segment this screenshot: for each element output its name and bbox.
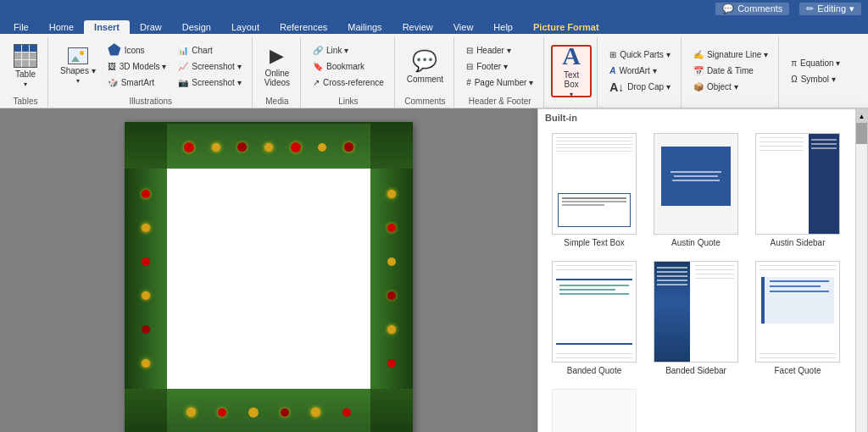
shapes-label: Icons <box>125 46 145 55</box>
quickparts-button[interactable]: ⊞ Quick Parts ▾ <box>604 47 676 63</box>
link-button[interactable]: 🔗 Link ▾ <box>308 42 389 58</box>
signatureline-button[interactable]: ✍ Signature Line ▾ <box>688 47 773 63</box>
facet-quote-label: Facet Quote <box>774 366 821 375</box>
austin-sidebar-item[interactable]: Austin Sidebar <box>748 130 847 251</box>
austin-sidebar-thumb <box>755 133 840 235</box>
ribbon-group-headerfooter: ⊟ Header ▾ ⊟ Footer ▾ # Page Number ▾ He… <box>456 37 544 108</box>
textbox-icon: A <box>562 43 581 69</box>
ribbon-group-quickparts: ⊞ Quick Parts ▾ A WordArt ▾ A↓ Drop Cap … <box>599 37 682 108</box>
onlinevideos-label: OnlineVideos <box>264 69 290 87</box>
tab-design[interactable]: Design <box>172 20 221 34</box>
object-label: Object ▾ <box>707 82 738 91</box>
tab-picture-format[interactable]: Picture Format <box>523 20 609 34</box>
symbol-button[interactable]: Ω Symbol ▾ <box>786 71 845 86</box>
textbox-button[interactable]: A TextBox ▾ <box>551 45 592 97</box>
table-label: Table <box>15 69 36 79</box>
ribbon-group-tables: Table ▾ Tables <box>3 37 48 108</box>
smartart-button[interactable]: 📊 Chart <box>173 42 246 58</box>
ribbon-group-illustrations: Shapes ▾ ▾ ⬟ Icons 🖼 3D Models ▾ 🎲 Smart… <box>50 37 253 108</box>
comment-icon: 💬 <box>412 49 437 73</box>
scrollbar-up-button[interactable]: ▲ <box>856 109 867 123</box>
object-button[interactable]: 📦 Object ▾ <box>688 80 773 95</box>
document-area <box>0 108 537 432</box>
3dmodels-button[interactable]: 🎲 SmartArt <box>103 75 172 90</box>
wordart-label: WordArt ▾ <box>619 66 656 75</box>
tab-help[interactable]: Help <box>483 20 523 34</box>
pencil-icon: ✏ <box>806 3 814 14</box>
textbox-label: TextBox <box>564 70 579 89</box>
links-group-label: Links <box>338 95 358 106</box>
headerfooter-col: ⊟ Header ▾ ⊟ Footer ▾ # Page Number ▾ <box>461 42 538 90</box>
crossref-label: Cross-reference <box>323 78 384 87</box>
textbox-options-grid: Simple Text Box Austin Quote <box>538 126 854 254</box>
crossref-icon: ↗ <box>313 78 320 87</box>
crossref-button[interactable]: ↗ Cross-reference <box>308 75 389 90</box>
tab-references[interactable]: References <box>270 20 337 34</box>
editing-button[interactable]: ✏ Editing ▾ <box>799 3 861 15</box>
footer-button[interactable]: ⊟ Footer ▾ <box>461 58 538 74</box>
illustrations-col: ⬟ Icons 🖼 3D Models ▾ 🎲 SmartArt <box>103 42 172 90</box>
comment-button[interactable]: 💬 Comment <box>402 42 448 90</box>
wordart-button[interactable]: A WordArt ▾ <box>604 64 676 79</box>
tab-draw[interactable]: Draw <box>130 20 172 34</box>
header-button[interactable]: ⊟ Header ▾ <box>461 42 538 58</box>
link-icon: 🔗 <box>313 46 323 55</box>
chart-button[interactable]: 📈 Screenshot ▾ <box>173 58 246 74</box>
icons-icon: 🖼 <box>108 62 116 71</box>
tab-home[interactable]: Home <box>39 20 84 34</box>
datestamp-button[interactable]: 📅 Date & Time <box>688 64 773 79</box>
tab-layout[interactable]: Layout <box>221 20 270 34</box>
pagenumber-label: Page Number ▾ <box>475 78 533 87</box>
dropcap-button[interactable]: A↓ Drop Cap ▾ <box>604 80 676 95</box>
ribbon-group-sigdate: ✍ Signature Line ▾ 📅 Date & Time 📦 Objec… <box>683 37 779 108</box>
austin-quote-label: Austin Quote <box>671 238 721 247</box>
dropcap-label: Drop Cap ▾ <box>627 82 670 91</box>
footer-icon: ⊟ <box>466 62 473 71</box>
pagenumber-button[interactable]: # Page Number ▾ <box>461 75 538 90</box>
shapes-button[interactable]: ⬟ Icons <box>103 42 172 58</box>
3dmodels-label: SmartArt <box>121 78 154 87</box>
table-button[interactable]: Table ▾ <box>8 42 42 90</box>
comments-button[interactable]: 💬 Comments <box>715 3 789 15</box>
3d-icon: 🎲 <box>108 78 118 87</box>
comment-icon: 💬 <box>722 3 734 14</box>
signatureline-label: Signature Line ▾ <box>707 50 768 59</box>
tab-mailings[interactable]: Mailings <box>337 20 392 34</box>
editing-label: Editing <box>817 3 846 14</box>
media-group-label: Media <box>265 95 288 106</box>
table-icon <box>14 44 37 68</box>
ribbon-group-equation: π Equation ▾ Ω Symbol ▾ <box>781 37 850 108</box>
datestamp-icon: 📅 <box>693 66 704 75</box>
scrollbar-thumb[interactable] <box>856 123 867 144</box>
tab-view[interactable]: View <box>443 20 484 34</box>
comment-label: Comment <box>407 75 443 84</box>
extra-item-1 <box>545 385 643 432</box>
bookmark-button[interactable]: 🔖 Bookmark <box>308 58 389 74</box>
comments-label: Comments <box>737 3 782 14</box>
pictures-button[interactable]: Shapes ▾ ▾ <box>55 42 101 90</box>
austin-sidebar-label: Austin Sidebar <box>770 238 825 247</box>
banded-quote-item[interactable]: Banded Quote <box>545 258 643 379</box>
screenshot-button[interactable]: 📷 Screenshot ▾ <box>173 75 246 90</box>
onlinevideos-button[interactable]: ▶ OnlineVideos <box>259 42 295 90</box>
ribbon-group-text: A TextBox ▾ <box>546 37 598 108</box>
header-label: Header ▾ <box>476 46 511 55</box>
facet-quote-item[interactable]: Facet Quote <box>748 258 847 379</box>
equation-button[interactable]: π Equation ▾ <box>786 55 845 70</box>
banded-quote-thumb <box>552 261 637 363</box>
icons-button[interactable]: 🖼 3D Models ▾ <box>103 58 172 74</box>
tab-review[interactable]: Review <box>392 20 443 34</box>
ribbon-group-media: ▶ OnlineVideos Media <box>254 37 301 108</box>
symbol-label: Symbol ▾ <box>801 75 836 84</box>
illustrations-group-label: Illustrations <box>130 95 173 106</box>
quickparts-label: Quick Parts ▾ <box>620 50 670 59</box>
austin-quote-item[interactable]: Austin Quote <box>647 130 745 251</box>
tab-insert[interactable]: Insert <box>84 20 130 34</box>
banded-sidebar-item[interactable]: Banded Sidebar <box>647 258 745 379</box>
chevron-down-icon: ▾ <box>849 3 854 14</box>
simple-textbox-item[interactable]: Simple Text Box <box>545 130 643 251</box>
pagenumber-icon: # <box>466 78 471 87</box>
simple-textbox-label: Simple Text Box <box>564 238 625 247</box>
links-col: 🔗 Link ▾ 🔖 Bookmark ↗ Cross-reference <box>308 42 389 90</box>
tab-file[interactable]: File <box>3 20 39 34</box>
